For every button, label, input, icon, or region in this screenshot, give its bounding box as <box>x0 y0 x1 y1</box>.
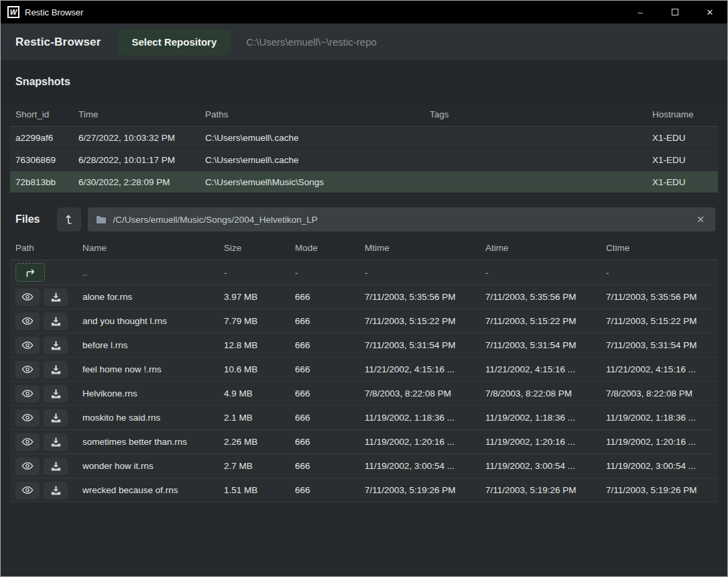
preview-file-button[interactable] <box>15 313 40 330</box>
preview-file-button[interactable] <box>15 482 40 499</box>
file-name: and you thought l.rns <box>82 316 224 326</box>
file-size: 2.26 MB <box>224 437 295 447</box>
current-path-bar[interactable]: /C/Users/emuell/Music/Songs/2004_Helveti… <box>88 207 715 231</box>
download-icon <box>51 413 61 423</box>
file-atime: 11/19/2002, 3:00:54 ... <box>485 461 606 471</box>
header: Restic-Browser Select Repository C:\User… <box>1 23 727 61</box>
file-mtime: 11/21/2002, 4:15:16 ... <box>365 364 485 374</box>
file-mode: 666 <box>295 292 365 302</box>
file-atime: 7/11/2003, 5:19:26 PM <box>485 485 606 495</box>
col-tags: Tags <box>430 109 652 119</box>
minimize-button[interactable]: – <box>623 1 658 23</box>
file-mtime: 7/11/2003, 5:35:56 PM <box>365 292 485 302</box>
snapshot-row[interactable]: 72b813bb 6/30/2022, 2:28:09 PM C:\Users\… <box>10 171 718 193</box>
download-icon <box>51 365 61 374</box>
snapshot-hostname: X1-EDU <box>652 155 713 165</box>
preview-file-button[interactable] <box>15 361 40 378</box>
preview-file-button[interactable] <box>15 288 40 306</box>
current-path-text: /C/Users/emuell/Music/Songs/2004_Helveti… <box>113 215 317 225</box>
file-name: sometimes better than.rns <box>82 437 224 447</box>
snapshot-row[interactable]: 76306869 6/28/2022, 10:01:17 PM C:\Users… <box>10 149 718 171</box>
download-file-button[interactable] <box>44 433 68 451</box>
download-icon <box>51 389 61 399</box>
file-ctime: 7/8/2003, 8:22:08 PM <box>606 388 713 399</box>
download-file-button[interactable] <box>44 288 68 306</box>
download-file-button[interactable] <box>44 337 68 354</box>
eye-icon <box>21 462 34 470</box>
download-icon <box>51 437 61 447</box>
select-repository-button[interactable]: Select Repository <box>117 29 232 55</box>
file-mode: 666 <box>295 364 365 374</box>
file-atime: 11/19/2002, 1:20:16 ... <box>485 437 606 447</box>
eye-icon <box>21 317 34 325</box>
eye-icon <box>21 293 34 301</box>
file-mtime: 11/19/2002, 1:20:16 ... <box>365 437 485 447</box>
download-file-button[interactable] <box>44 361 68 378</box>
file-size: 3.97 MB <box>224 292 295 302</box>
maximize-button[interactable] <box>658 1 692 23</box>
snapshot-short-id: a2299af6 <box>15 133 78 143</box>
parent-mode: - <box>295 268 365 278</box>
download-file-button[interactable] <box>44 458 68 475</box>
file-ctime: 7/11/2003, 5:15:22 PM <box>606 316 713 326</box>
file-row: before l.rns 12.8 MB 666 7/11/2003, 5:31… <box>10 333 718 358</box>
file-size: 2.7 MB <box>224 461 295 471</box>
file-mode: 666 <box>295 437 365 447</box>
preview-file-button[interactable] <box>15 409 40 427</box>
clear-path-icon[interactable]: ✕ <box>694 213 707 226</box>
snapshot-row[interactable]: a2299af6 6/27/2022, 10:03:32 PM C:\Users… <box>10 127 718 149</box>
snapshot-paths: C:\Users\emuell\.cache <box>205 133 430 143</box>
eye-icon <box>21 486 34 494</box>
file-mtime: 7/11/2003, 5:15:22 PM <box>365 316 485 326</box>
file-row: wrecked because of.rns 1.51 MB 666 7/11/… <box>10 478 718 503</box>
window-controls: – ✕ <box>623 1 727 23</box>
col-hostname: Hostname <box>652 109 713 119</box>
download-icon <box>51 486 61 495</box>
file-size: 1.51 MB <box>224 485 295 495</box>
parent-atime: - <box>485 268 606 278</box>
file-atime: 7/11/2003, 5:15:22 PM <box>485 316 606 326</box>
go-to-parent-button[interactable] <box>15 263 45 282</box>
preview-file-button[interactable] <box>15 433 40 451</box>
file-mode: 666 <box>295 388 365 399</box>
eye-icon <box>21 341 34 350</box>
snapshots-section-header: Snapshots <box>1 61 727 103</box>
snapshot-time: 6/28/2022, 10:01:17 PM <box>78 155 205 165</box>
app-logo-icon: W <box>7 6 19 18</box>
col-short-id: Short_id <box>15 109 78 119</box>
parent-name[interactable]: .. <box>82 268 224 278</box>
file-row: wonder how it.rns 2.7 MB 666 11/19/2002,… <box>10 454 718 478</box>
go-to-root-button[interactable] <box>57 207 81 231</box>
minimize-icon: – <box>638 7 642 17</box>
download-icon <box>51 293 61 302</box>
preview-file-button[interactable] <box>15 385 40 403</box>
eye-icon <box>21 365 34 374</box>
download-file-button[interactable] <box>44 482 68 499</box>
download-file-button[interactable] <box>44 385 68 403</box>
files-toolbar: Files /C/Users/emuell/Music/Songs/2004_H… <box>1 203 727 236</box>
file-mode: 666 <box>295 461 365 471</box>
file-ctime: 11/21/2002, 4:15:16 ... <box>606 364 713 374</box>
snapshot-short-id: 72b813bb <box>15 177 78 187</box>
download-file-button[interactable] <box>44 313 68 330</box>
col-mode: Mode <box>295 243 365 253</box>
file-row: alone for.rns 3.97 MB 666 7/11/2003, 5:3… <box>10 285 718 309</box>
col-paths: Paths <box>205 109 430 119</box>
file-row: Helvikone.rns 4.9 MB 666 7/8/2003, 8:22:… <box>10 382 718 406</box>
file-mode: 666 <box>295 413 365 423</box>
download-file-button[interactable] <box>44 409 68 427</box>
col-time: Time <box>78 109 205 119</box>
preview-file-button[interactable] <box>15 337 40 354</box>
snapshot-paths: C:\Users\emuell\.cache <box>205 155 430 165</box>
file-size: 10.6 MB <box>224 364 295 374</box>
arrow-turn-right-icon <box>25 268 36 277</box>
close-button[interactable]: ✕ <box>692 1 727 23</box>
parent-size: - <box>224 268 295 278</box>
download-icon <box>51 341 61 350</box>
file-ctime: 7/11/2003, 5:31:54 PM <box>606 340 713 350</box>
file-mode: 666 <box>295 340 365 350</box>
file-mode: 666 <box>295 485 365 495</box>
file-name: moskito he said.rns <box>82 413 224 423</box>
preview-file-button[interactable] <box>15 458 40 475</box>
col-mtime: Mtime <box>365 243 485 253</box>
